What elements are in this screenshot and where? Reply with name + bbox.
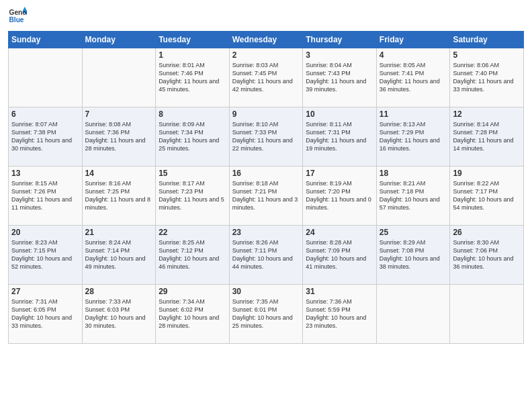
calendar-cell: 4Sunrise: 8:05 AM Sunset: 7:41 PM Daylig…: [376, 48, 450, 107]
calendar-table: SundayMondayTuesdayWednesdayThursdayFrid…: [8, 31, 524, 344]
day-info: Sunrise: 8:04 AM Sunset: 7:43 PM Dayligh…: [306, 61, 373, 94]
day-info: Sunrise: 8:14 AM Sunset: 7:28 PM Dayligh…: [453, 120, 521, 153]
calendar-cell: 19Sunrise: 8:22 AM Sunset: 7:17 PM Dayli…: [450, 167, 524, 226]
day-number: 5: [453, 50, 521, 60]
calendar-cell: 12Sunrise: 8:14 AM Sunset: 7:28 PM Dayli…: [450, 107, 524, 167]
calendar-week-3: 13Sunrise: 8:15 AM Sunset: 7:26 PM Dayli…: [9, 167, 524, 226]
calendar-cell: 28Sunrise: 7:33 AM Sunset: 6:03 PM Dayli…: [82, 285, 156, 344]
day-info: Sunrise: 8:22 AM Sunset: 7:17 PM Dayligh…: [453, 179, 521, 212]
day-header-sunday: Sunday: [9, 32, 83, 48]
calendar-cell: 8Sunrise: 8:09 AM Sunset: 7:34 PM Daylig…: [156, 107, 230, 167]
day-number: 11: [380, 109, 447, 119]
day-info: Sunrise: 8:09 AM Sunset: 7:34 PM Dayligh…: [159, 120, 226, 153]
calendar-cell: 16Sunrise: 8:18 AM Sunset: 7:21 PM Dayli…: [229, 167, 303, 226]
day-number: 27: [11, 287, 79, 296]
day-info: Sunrise: 7:31 AM Sunset: 6:05 PM Dayligh…: [11, 298, 79, 330]
day-number: 17: [306, 169, 373, 178]
calendar-cell: 23Sunrise: 8:26 AM Sunset: 7:11 PM Dayli…: [229, 226, 303, 285]
calendar-cell: 2Sunrise: 8:03 AM Sunset: 7:45 PM Daylig…: [229, 48, 303, 107]
day-info: Sunrise: 8:16 AM Sunset: 7:25 PM Dayligh…: [85, 179, 153, 212]
day-number: 28: [85, 287, 153, 296]
day-number: 15: [159, 169, 226, 178]
day-info: Sunrise: 8:28 AM Sunset: 7:09 PM Dayligh…: [306, 238, 373, 271]
calendar-cell: 26Sunrise: 8:30 AM Sunset: 7:06 PM Dayli…: [450, 226, 524, 285]
calendar-cell: 30Sunrise: 7:35 AM Sunset: 6:01 PM Dayli…: [229, 285, 303, 344]
calendar-cell: 27Sunrise: 7:31 AM Sunset: 6:05 PM Dayli…: [9, 285, 83, 344]
day-header-saturday: Saturday: [450, 32, 524, 48]
calendar-cell: [82, 48, 156, 107]
day-info: Sunrise: 8:25 AM Sunset: 7:12 PM Dayligh…: [159, 238, 226, 271]
day-info: Sunrise: 7:35 AM Sunset: 6:01 PM Dayligh…: [232, 298, 300, 330]
day-number: 25: [380, 228, 447, 237]
day-number: 29: [159, 287, 226, 296]
day-number: 4: [380, 50, 447, 60]
day-number: 8: [159, 109, 226, 119]
calendar-cell: 24Sunrise: 8:28 AM Sunset: 7:09 PM Dayli…: [303, 226, 377, 285]
day-header-wednesday: Wednesday: [229, 32, 303, 48]
page-container: General Blue SundayMondayTuesdayWednesda…: [0, 0, 532, 349]
day-number: 30: [232, 287, 300, 296]
day-info: Sunrise: 7:36 AM Sunset: 5:59 PM Dayligh…: [306, 298, 373, 330]
day-number: 19: [453, 169, 521, 178]
day-number: 20: [11, 228, 79, 237]
day-info: Sunrise: 8:30 AM Sunset: 7:06 PM Dayligh…: [453, 238, 521, 271]
calendar-cell: 13Sunrise: 8:15 AM Sunset: 7:26 PM Dayli…: [9, 167, 83, 226]
calendar-cell: 6Sunrise: 8:07 AM Sunset: 7:38 PM Daylig…: [9, 107, 83, 167]
day-number: 18: [380, 169, 447, 178]
calendar-cell: 10Sunrise: 8:11 AM Sunset: 7:31 PM Dayli…: [303, 107, 377, 167]
day-number: 2: [232, 50, 300, 60]
day-number: 22: [159, 228, 226, 237]
day-info: Sunrise: 8:21 AM Sunset: 7:18 PM Dayligh…: [380, 179, 447, 212]
day-number: 9: [232, 109, 300, 119]
day-number: 26: [453, 228, 521, 237]
day-info: Sunrise: 8:29 AM Sunset: 7:08 PM Dayligh…: [380, 238, 447, 271]
calendar-cell: 15Sunrise: 8:17 AM Sunset: 7:23 PM Dayli…: [156, 167, 230, 226]
day-info: Sunrise: 8:05 AM Sunset: 7:41 PM Dayligh…: [380, 61, 447, 94]
day-info: Sunrise: 8:18 AM Sunset: 7:21 PM Dayligh…: [232, 179, 300, 212]
day-info: Sunrise: 7:33 AM Sunset: 6:03 PM Dayligh…: [85, 298, 153, 330]
calendar-week-5: 27Sunrise: 7:31 AM Sunset: 6:05 PM Dayli…: [9, 285, 524, 344]
day-info: Sunrise: 8:06 AM Sunset: 7:40 PM Dayligh…: [453, 61, 521, 94]
day-number: 6: [11, 109, 79, 119]
day-header-friday: Friday: [376, 32, 450, 48]
calendar-week-4: 20Sunrise: 8:23 AM Sunset: 7:15 PM Dayli…: [9, 226, 524, 285]
calendar-cell: 31Sunrise: 7:36 AM Sunset: 5:59 PM Dayli…: [303, 285, 377, 344]
day-number: 12: [453, 109, 521, 119]
day-info: Sunrise: 8:10 AM Sunset: 7:33 PM Dayligh…: [232, 120, 300, 153]
day-number: 3: [306, 50, 373, 60]
day-number: 1: [159, 50, 226, 60]
calendar-cell: 14Sunrise: 8:16 AM Sunset: 7:25 PM Dayli…: [82, 167, 156, 226]
day-info: Sunrise: 8:17 AM Sunset: 7:23 PM Dayligh…: [159, 179, 226, 212]
calendar-cell: 25Sunrise: 8:29 AM Sunset: 7:08 PM Dayli…: [376, 226, 450, 285]
day-number: 16: [232, 169, 300, 178]
day-header-tuesday: Tuesday: [156, 32, 230, 48]
day-number: 13: [11, 169, 79, 178]
calendar-cell: 11Sunrise: 8:13 AM Sunset: 7:29 PM Dayli…: [376, 107, 450, 167]
day-info: Sunrise: 8:11 AM Sunset: 7:31 PM Dayligh…: [306, 120, 373, 153]
calendar-cell: 29Sunrise: 7:34 AM Sunset: 6:02 PM Dayli…: [156, 285, 230, 344]
day-header-monday: Monday: [82, 32, 156, 48]
day-info: Sunrise: 8:03 AM Sunset: 7:45 PM Dayligh…: [232, 61, 300, 94]
calendar-cell: 5Sunrise: 8:06 AM Sunset: 7:40 PM Daylig…: [450, 48, 524, 107]
calendar-header-row: SundayMondayTuesdayWednesdayThursdayFrid…: [9, 32, 524, 48]
calendar-cell: [450, 285, 524, 344]
day-info: Sunrise: 8:19 AM Sunset: 7:20 PM Dayligh…: [306, 179, 373, 212]
calendar-cell: 17Sunrise: 8:19 AM Sunset: 7:20 PM Dayli…: [303, 167, 377, 226]
day-number: 31: [306, 287, 373, 296]
day-number: 7: [85, 109, 153, 119]
day-info: Sunrise: 8:01 AM Sunset: 7:46 PM Dayligh…: [159, 61, 226, 94]
day-info: Sunrise: 8:08 AM Sunset: 7:36 PM Dayligh…: [85, 120, 153, 153]
calendar-cell: 21Sunrise: 8:24 AM Sunset: 7:14 PM Dayli…: [82, 226, 156, 285]
day-number: 21: [85, 228, 153, 237]
day-info: Sunrise: 8:07 AM Sunset: 7:38 PM Dayligh…: [11, 120, 79, 153]
day-number: 23: [232, 228, 300, 237]
day-info: Sunrise: 7:34 AM Sunset: 6:02 PM Dayligh…: [159, 298, 226, 330]
calendar-cell: 22Sunrise: 8:25 AM Sunset: 7:12 PM Dayli…: [156, 226, 230, 285]
calendar-cell: 18Sunrise: 8:21 AM Sunset: 7:18 PM Dayli…: [376, 167, 450, 226]
day-number: 24: [306, 228, 373, 237]
calendar-cell: 20Sunrise: 8:23 AM Sunset: 7:15 PM Dayli…: [9, 226, 83, 285]
svg-text:Blue: Blue: [9, 16, 24, 24]
calendar-cell: [9, 48, 83, 107]
day-number: 14: [85, 169, 153, 178]
calendar-week-1: 1Sunrise: 8:01 AM Sunset: 7:46 PM Daylig…: [9, 48, 524, 107]
